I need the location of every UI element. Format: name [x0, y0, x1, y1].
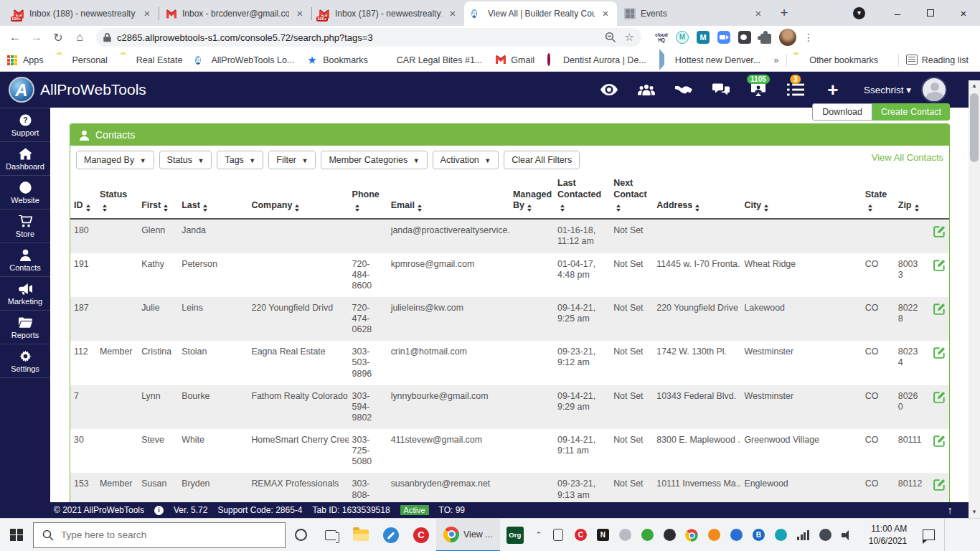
view-all-contacts-link[interactable]: View All Contacts	[872, 151, 943, 163]
network-icon[interactable]	[792, 519, 814, 551]
scrollbar-up-arrow[interactable]: ▲	[969, 80, 980, 92]
table-row[interactable]: 7LynnBourkeFathom Realty Colorado...303-…	[70, 385, 949, 429]
bookmark-item[interactable]: Hottest new Denver...	[659, 55, 761, 66]
browser-tab[interactable]: AView All | Builder Realty Coun×	[464, 1, 617, 26]
table-row[interactable]: 30SteveWhiteHomeSmart Cherry Cree...303-…	[70, 429, 949, 473]
filter-dropdown-status[interactable]: Status ▼	[159, 151, 212, 169]
browser-tab[interactable]: Events×	[617, 1, 770, 26]
scrollbar-thumb[interactable]	[970, 93, 979, 162]
bookmark-item[interactable]: AAllProWebTools Lo...	[195, 55, 294, 66]
show-hidden-icons-chevron[interactable]: ⌃	[530, 530, 547, 540]
mailtrack-extension-icon[interactable]: M	[676, 31, 689, 44]
sort-icon[interactable]	[203, 204, 207, 212]
reading-list[interactable]: Reading list	[906, 55, 969, 66]
task-view-button[interactable]	[316, 519, 346, 551]
extensions-puzzle-icon[interactable]	[760, 34, 771, 44]
table-row[interactable]: 112MemberCristinaStoianEagna Real Estate…	[70, 341, 949, 385]
download-button[interactable]: Download	[812, 103, 872, 121]
minimize-button[interactable]: –	[881, 0, 914, 26]
file-explorer-button[interactable]	[346, 519, 376, 551]
column-header-company[interactable]: Company	[248, 174, 348, 219]
column-header-phone[interactable]: Phone	[349, 174, 387, 219]
home-icon[interactable]: ⌂	[70, 28, 89, 47]
sort-icon[interactable]	[164, 204, 168, 212]
column-header-zip[interactable]: Zip	[895, 174, 926, 219]
browser-tab[interactable]: Inbox - brcdenver@gmail.con×	[159, 1, 311, 26]
sort-icon[interactable]	[86, 204, 90, 212]
edit-contact-icon[interactable]	[933, 230, 946, 240]
bookmark-item[interactable]: ★Bookmarks	[307, 55, 368, 66]
sort-icon[interactable]	[616, 204, 621, 212]
tab-search-icon[interactable]: ▾	[853, 7, 865, 19]
sync-icon[interactable]	[636, 519, 659, 551]
sidebar-item-support[interactable]: ?Support	[0, 108, 50, 141]
tab-close-icon[interactable]: ×	[141, 8, 153, 19]
sidebar-item-reports[interactable]: Reports	[0, 310, 50, 344]
column-header-city[interactable]: City	[740, 174, 861, 219]
sidebar-item-contacts[interactable]: Contacts	[0, 242, 50, 276]
filter-dropdown-activation[interactable]: Activation ▼	[433, 151, 499, 169]
filter-dropdown-tags[interactable]: Tags ▼	[217, 151, 263, 169]
taskbar-search[interactable]	[33, 522, 286, 548]
sort-icon[interactable]	[695, 204, 699, 212]
table-row[interactable]: 180GlennJandajanda@proactiverealtyservic…	[70, 219, 949, 253]
sort-icon[interactable]	[295, 204, 299, 212]
filter-dropdown-managed-by[interactable]: Managed By ▼	[76, 151, 154, 169]
column-header-last-contacted[interactable]: Last Contacted	[554, 174, 610, 219]
sphere-icon[interactable]	[659, 519, 681, 551]
edit-contact-icon[interactable]	[933, 307, 946, 317]
edit-contact-icon[interactable]	[933, 395, 946, 405]
bluetooth-icon[interactable]: B	[748, 519, 770, 551]
scroll-to-top-icon[interactable]: ↑	[948, 504, 953, 516]
bookmark-item[interactable]: Dentist Aurora | De...	[547, 55, 646, 66]
taskbar-clock[interactable]: 11:00 AM 10/6/2021	[859, 523, 914, 546]
sort-icon[interactable]	[764, 204, 768, 212]
cloudhq-extension-icon[interactable]: cloudHQ	[654, 30, 669, 44]
bookmark-item[interactable]: Apps	[7, 55, 44, 66]
back-icon[interactable]: ←	[6, 28, 24, 47]
sort-icon[interactable]	[560, 204, 565, 212]
chrome-icon[interactable]	[681, 519, 703, 551]
table-row[interactable]: 191KathyPeterson720-484-8600kpmrose@gmai…	[70, 253, 949, 297]
volume-icon[interactable]	[837, 519, 859, 551]
column-header-status[interactable]: Status	[96, 174, 138, 219]
sort-icon[interactable]	[915, 204, 919, 212]
address-bar[interactable]: c2865.allprowebtools-s1.com/console5.72/…	[96, 28, 641, 47]
info-icon[interactable]: i	[154, 506, 164, 515]
column-header-email[interactable]: Email	[387, 174, 509, 219]
device-icon[interactable]	[547, 519, 570, 551]
filter-dropdown-filter[interactable]: Filter ▼	[268, 151, 316, 169]
user-avatar[interactable]	[921, 77, 947, 103]
search-input[interactable]	[61, 529, 248, 540]
bookmark-star-icon[interactable]: ☆	[625, 31, 634, 44]
settings-app-button[interactable]	[376, 519, 406, 551]
tab-close-icon[interactable]: ×	[600, 8, 611, 19]
zoom-out-icon[interactable]	[605, 32, 616, 43]
column-header-state[interactable]: State	[862, 174, 895, 219]
handshake-icon[interactable]	[674, 82, 693, 98]
cloud-icon[interactable]	[614, 519, 636, 551]
apwt-logo[interactable]: A AllProWebTools	[9, 77, 146, 103]
edit-contact-icon[interactable]	[933, 263, 946, 273]
tasks-icon[interactable]: 3	[786, 82, 805, 98]
column-header-last[interactable]: Last	[178, 174, 248, 219]
column-header-first[interactable]: First	[138, 174, 178, 219]
tab-close-icon[interactable]: ×	[294, 8, 306, 19]
filter-dropdown-member-categories[interactable]: Member Categories ▼	[321, 151, 427, 169]
ccleaner-icon[interactable]: C	[570, 519, 592, 551]
teal-app-icon[interactable]	[770, 519, 792, 551]
page-scrollbar[interactable]: ▲ ▼	[969, 80, 980, 518]
edit-contact-icon[interactable]	[933, 483, 946, 493]
m-chat-extension-icon[interactable]: M	[697, 31, 710, 44]
eye-icon[interactable]	[600, 82, 618, 98]
browser-tab[interactable]: 100+Inbox (188) - newwestrealty1×	[6, 1, 159, 26]
tab-close-icon[interactable]: ×	[447, 8, 458, 19]
bookmarks-overflow-icon[interactable]: »	[773, 55, 778, 65]
chat-icon[interactable]	[712, 82, 730, 98]
maximize-button[interactable]	[914, 0, 947, 26]
bookmark-item[interactable]: CAR Legal Bites #1...	[381, 55, 483, 66]
column-header-id[interactable]: ID	[70, 174, 96, 219]
sort-icon[interactable]	[527, 204, 532, 212]
create-contact-button[interactable]: Create Contact	[872, 103, 950, 121]
reload-icon[interactable]: ↻	[49, 28, 67, 47]
